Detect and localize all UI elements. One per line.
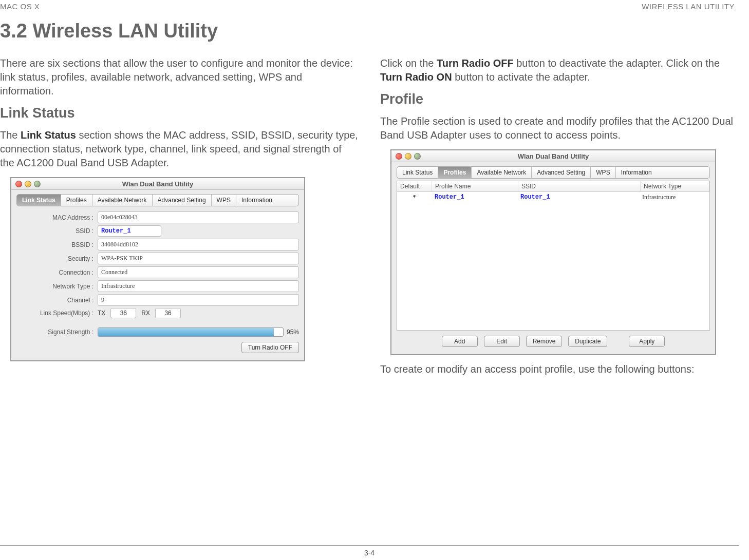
window-title: Wlan Dual Band Utility: [11, 180, 304, 188]
label-network-type: Network Type :: [16, 283, 98, 290]
tab-link-status[interactable]: Link Status: [397, 167, 438, 178]
value-mac: 00e04c028043: [98, 211, 299, 223]
label-ssid: SSID :: [16, 227, 98, 235]
col-network-type: Network Type: [641, 181, 709, 191]
radio-toggle-desc: Click on the Turn Radio OFF button to de…: [380, 56, 739, 84]
tab-wps[interactable]: WPS: [212, 195, 236, 206]
cell-network-type: Infrastructure: [639, 192, 709, 203]
edit-button[interactable]: Edit: [484, 336, 520, 347]
tab-available-network[interactable]: Available Network: [472, 167, 532, 178]
value-rx: 36: [155, 308, 181, 318]
tab-bar: Link Status Profiles Available Network A…: [397, 166, 710, 179]
right-column: Click on the Turn Radio OFF button to de…: [380, 56, 739, 383]
label-signal: Signal Strength :: [16, 329, 98, 336]
cell-ssid: Router_1: [517, 192, 639, 203]
link-speed-values: TX 36 RX 36: [98, 308, 181, 318]
window-titlebar: Wlan Dual Band Utility: [391, 150, 715, 162]
label-rx: RX: [141, 310, 150, 317]
value-tx: 36: [110, 308, 136, 318]
tab-wps[interactable]: WPS: [591, 167, 615, 178]
label-security: Security :: [16, 255, 98, 262]
link-status-desc: The Link Status section shows the MAC ad…: [0, 128, 359, 170]
value-channel: 9: [98, 294, 299, 306]
col-default: Default: [397, 181, 432, 191]
value-connection: Connected: [98, 266, 299, 278]
profile-list: Default Profile Name SSID Network Type *…: [397, 181, 710, 331]
label-bssid: BSSID :: [16, 241, 98, 248]
remove-button[interactable]: Remove: [526, 336, 563, 347]
window-title: Wlan Dual Band Utility: [391, 152, 715, 160]
label-tx: TX: [98, 310, 105, 317]
label-connection: Connection :: [16, 269, 98, 276]
profile-row[interactable]: * Router_1 Router_1 Infrastructure: [397, 192, 709, 203]
tab-advanced-setting[interactable]: Advanced Setting: [153, 195, 212, 206]
profile-list-header: Default Profile Name SSID Network Type: [397, 181, 709, 192]
label-mac: MAC Address :: [16, 214, 98, 221]
tab-bar: Link Status Profiles Available Network A…: [16, 194, 299, 206]
value-security: WPA-PSK TKIP: [98, 253, 299, 264]
screenshot-link-status: Wlan Dual Band Utility Link Status Profi…: [10, 177, 305, 361]
heading-profile: Profile: [380, 91, 739, 107]
apply-button[interactable]: Apply: [629, 336, 665, 347]
window-titlebar: Wlan Dual Band Utility: [11, 178, 304, 190]
col-ssid: SSID: [518, 181, 641, 191]
screenshot-profiles: Wlan Dual Band Utility Link Status Profi…: [390, 149, 716, 355]
profile-buttons-desc: To create or modify an access point prof…: [380, 362, 739, 376]
value-ssid: Router_1: [98, 225, 161, 237]
page-number: 3-4: [0, 545, 739, 557]
tab-available-network[interactable]: Available Network: [92, 195, 153, 206]
value-bssid: 340804dd8102: [98, 239, 299, 250]
turn-radio-off-button[interactable]: Turn Radio OFF: [241, 342, 299, 353]
cell-default: *: [397, 192, 432, 203]
col-profile-name: Profile Name: [432, 181, 518, 191]
tab-information[interactable]: Information: [236, 195, 277, 206]
duplicate-button[interactable]: Duplicate: [568, 336, 607, 347]
intro-text: There are six sections that allow the us…: [0, 56, 359, 98]
add-button[interactable]: Add: [442, 336, 478, 347]
label-channel: Channel :: [16, 297, 98, 304]
tab-profiles[interactable]: Profiles: [61, 195, 92, 206]
heading-link-status: Link Status: [0, 105, 359, 121]
tab-profiles[interactable]: Profiles: [438, 167, 472, 178]
signal-percent: 95%: [287, 329, 299, 336]
header-right: WIRELESS LAN UTILITY: [642, 2, 735, 11]
header-left: MAC OS X: [0, 2, 40, 11]
tab-information[interactable]: Information: [616, 167, 657, 178]
profile-desc: The Profile section is used to create an…: [380, 114, 739, 142]
tab-advanced-setting[interactable]: Advanced Setting: [532, 167, 591, 178]
value-network-type: Infrastructure: [98, 280, 299, 292]
page-title: 3.2 Wireless LAN Utility: [0, 20, 739, 42]
cell-profile-name: Router_1: [432, 192, 517, 203]
tab-link-status[interactable]: Link Status: [17, 195, 61, 206]
profile-buttons: Add Edit Remove Duplicate Apply: [397, 336, 710, 347]
label-link-speed: Link Speed(Mbps) :: [16, 310, 98, 317]
signal-bar: [98, 327, 284, 337]
running-header: MAC OS X WIRELESS LAN UTILITY: [0, 0, 739, 11]
left-column: There are six sections that allow the us…: [0, 56, 359, 383]
